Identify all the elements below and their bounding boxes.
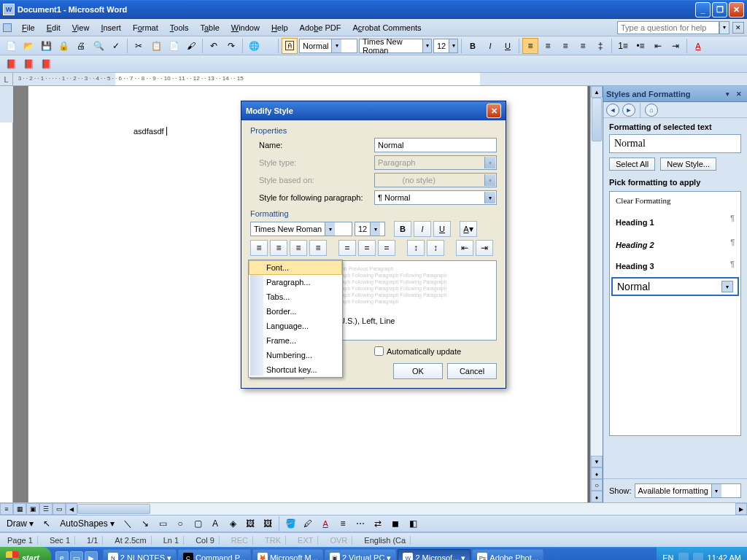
shadow-icon[interactable]: ◼ xyxy=(387,516,403,532)
dlg-align-right[interactable]: ≡ xyxy=(290,240,307,256)
normal-view-button[interactable]: ≡ xyxy=(0,503,13,515)
menu-tools[interactable]: Tools xyxy=(164,21,195,34)
font-color-icon[interactable]: A xyxy=(690,38,706,54)
status-rec[interactable]: REC xyxy=(227,536,253,545)
ql-media-icon[interactable]: ▶ xyxy=(85,551,98,560)
dlg-align-left[interactable]: ≡ xyxy=(250,240,268,256)
dlg-bold-button[interactable]: B xyxy=(394,221,411,237)
doc-control-icon[interactable] xyxy=(3,23,12,32)
vertical-scrollbar[interactable]: ▲ ▼ ⬧ ○ ⬧ xyxy=(590,86,603,502)
tray-icon-2[interactable] xyxy=(693,553,703,560)
status-trk[interactable]: TRK xyxy=(260,536,286,545)
vertical-ruler[interactable] xyxy=(0,86,13,502)
format-menu-font[interactable]: Font... xyxy=(249,260,342,275)
format-menu-shortcut[interactable]: Shortcut key... xyxy=(249,362,342,377)
status-ovr[interactable]: OVR xyxy=(325,536,352,545)
permission-icon[interactable]: 🔒 xyxy=(55,38,71,54)
taskbar-item-msm[interactable]: 🦊Microsoft M... xyxy=(252,549,323,560)
copy-icon[interactable]: 📋 xyxy=(148,38,164,54)
tray-clock[interactable]: 11:42 AM xyxy=(708,553,741,560)
arrow-icon[interactable]: ↘ xyxy=(137,516,153,532)
dlg-italic-button[interactable]: I xyxy=(414,221,431,237)
task-pane-close-button[interactable]: ✕ xyxy=(734,89,744,99)
clipart-icon[interactable]: 🖼 xyxy=(242,516,258,532)
font-size-combo[interactable]: 12▾ xyxy=(433,39,458,53)
web-layout-button[interactable]: ▦ xyxy=(13,503,26,515)
textbox-icon[interactable]: ▢ xyxy=(190,516,206,532)
horizontal-scrollbar[interactable]: ◀ ▶ xyxy=(66,503,747,515)
pdf-icon-2[interactable]: 📕 xyxy=(20,56,36,72)
hscroll-thumb[interactable] xyxy=(77,504,150,514)
oval-icon[interactable]: ○ xyxy=(172,516,188,532)
dlg-para-after[interactable]: ↕ xyxy=(427,240,444,256)
minimize-button[interactable]: _ xyxy=(695,2,711,18)
draw-menu-button[interactable]: Draw ▾ xyxy=(3,516,37,532)
menu-acrobat-comments[interactable]: Acrobat Comments xyxy=(347,21,427,34)
menu-table[interactable]: Table xyxy=(194,21,225,34)
taskbar-item-nlnotes[interactable]: N2 NLNOTES▾ xyxy=(103,549,177,560)
line-color-icon[interactable]: 🖊 xyxy=(300,516,316,532)
pdf-icon-3[interactable]: 📕 xyxy=(38,56,54,72)
auto-update-check-input[interactable] xyxy=(374,346,384,356)
line-icon[interactable]: ＼ xyxy=(120,516,136,532)
undo-icon[interactable]: ↶ xyxy=(206,38,222,54)
dlg-font-combo[interactable]: Times New Roman▾ xyxy=(250,222,352,236)
save-icon[interactable]: 💾 xyxy=(38,38,54,54)
dlg-align-center[interactable]: ≡ xyxy=(270,240,287,256)
scroll-left-button[interactable]: ◀ xyxy=(66,503,77,515)
bulleted-list-icon[interactable]: •≡ xyxy=(632,38,649,54)
styles-formatting-icon[interactable]: 🄰 xyxy=(282,38,298,54)
menu-insert[interactable]: Insert xyxy=(95,21,127,34)
menu-adobe-pdf[interactable]: Adobe PDF xyxy=(294,21,347,34)
prev-page-button[interactable]: ⬧ xyxy=(591,467,603,479)
dlg-spacing-3[interactable]: = xyxy=(378,240,395,256)
underline-icon[interactable]: U xyxy=(500,38,516,54)
style-combo[interactable]: Normal▾ xyxy=(299,39,357,53)
numbered-list-icon[interactable]: 1≡ xyxy=(615,38,631,54)
taskbar-item-command[interactable]: CCommand P... xyxy=(178,549,251,560)
dash-style-icon[interactable]: ⋯ xyxy=(352,516,368,532)
bold-icon[interactable]: B xyxy=(465,38,481,54)
cancel-button[interactable]: Cancel xyxy=(447,363,497,379)
new-doc-icon[interactable]: 📄 xyxy=(3,38,19,54)
font-combo[interactable]: Times New Roman▾ xyxy=(359,39,432,53)
format-menu-numbering[interactable]: Numbering... xyxy=(249,348,342,362)
status-ext[interactable]: EXT xyxy=(293,536,318,545)
format-menu-frame[interactable]: Frame... xyxy=(249,333,342,348)
redo-icon[interactable]: ↷ xyxy=(223,38,239,54)
style-heading-1[interactable]: Heading 1¶ xyxy=(610,209,740,233)
doc-close-button[interactable]: ✕ xyxy=(732,22,744,34)
italic-icon[interactable]: I xyxy=(482,38,498,54)
line-spacing-icon[interactable]: ‡ xyxy=(592,38,608,54)
picture-icon[interactable]: 🖼 xyxy=(260,516,276,532)
format-menu-tabs[interactable]: Tabs... xyxy=(249,289,342,304)
ok-button[interactable]: OK xyxy=(393,363,443,379)
style-dropdown-icon[interactable]: ▾ xyxy=(721,281,733,292)
new-style-button[interactable]: New Style... xyxy=(660,158,716,171)
dlg-spacing-1[interactable]: = xyxy=(338,240,356,256)
font-color-draw-icon[interactable]: A xyxy=(317,516,333,532)
align-left-icon[interactable]: ≡ xyxy=(522,38,538,54)
diagram-icon[interactable]: ◈ xyxy=(225,516,241,532)
paste-icon[interactable]: 📄 xyxy=(166,38,182,54)
scroll-right-button[interactable]: ▶ xyxy=(735,503,747,515)
scroll-down-button[interactable]: ▼ xyxy=(591,456,603,467)
rectangle-icon[interactable]: ▭ xyxy=(155,516,171,532)
nav-home-button[interactable]: ⌂ xyxy=(645,104,658,117)
cut-icon[interactable]: ✂ xyxy=(131,38,147,54)
autoshapes-button[interactable]: AutoShapes ▾ xyxy=(56,516,118,532)
open-icon[interactable]: 📂 xyxy=(20,38,36,54)
next-page-button[interactable]: ⬧ xyxy=(591,491,603,502)
dialog-close-button[interactable]: ✕ xyxy=(487,104,501,118)
line-style-icon[interactable]: ≡ xyxy=(335,516,351,532)
taskbar-item-word[interactable]: W2 Microsof...▾ xyxy=(398,549,471,560)
3d-icon[interactable]: ◧ xyxy=(405,516,421,532)
spellcheck-icon[interactable]: ✓ xyxy=(108,38,124,54)
dlg-underline-button[interactable]: U xyxy=(433,221,451,237)
outline-view-button[interactable]: ☰ xyxy=(39,503,53,515)
format-painter-icon[interactable]: 🖌 xyxy=(183,38,199,54)
fill-color-icon[interactable]: 🪣 xyxy=(282,516,298,532)
close-button[interactable]: ✕ xyxy=(729,2,744,18)
menu-file[interactable]: File xyxy=(16,21,41,34)
status-lang[interactable]: English (Ca xyxy=(360,536,411,545)
